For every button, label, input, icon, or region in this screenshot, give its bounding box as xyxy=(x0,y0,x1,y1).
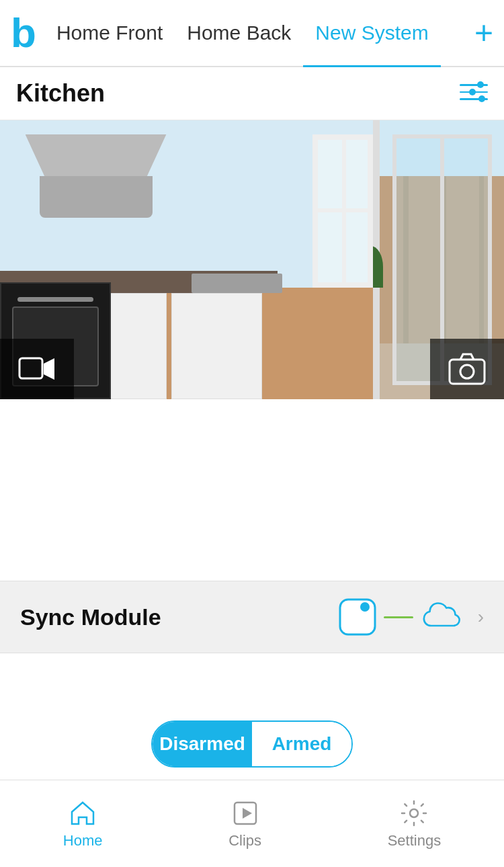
slider-line-1 xyxy=(460,84,488,86)
svg-point-5 xyxy=(360,602,370,612)
photo-capture-button[interactable] xyxy=(430,339,504,399)
video-record-button[interactable] xyxy=(0,339,74,399)
svg-marker-7 xyxy=(243,808,252,819)
bottom-nav: Home Clips Settings xyxy=(0,780,504,867)
tab-new-system[interactable]: New System xyxy=(303,0,440,66)
slider-line-2 xyxy=(460,91,488,93)
sync-module-bar[interactable]: Sync Module › xyxy=(0,581,504,653)
sync-module-icon xyxy=(338,597,377,636)
nav-home[interactable]: Home xyxy=(63,798,103,850)
connection-line xyxy=(384,616,413,618)
camera-feed[interactable] xyxy=(0,120,504,399)
svg-rect-4 xyxy=(340,600,375,634)
slider-line-3 xyxy=(460,98,488,100)
spacer-2 xyxy=(0,653,504,707)
arm-toggle[interactable]: Disarmed Armed xyxy=(151,720,353,768)
filter-button[interactable] xyxy=(460,81,488,106)
nav-settings-label: Settings xyxy=(388,832,442,850)
empty-content-area xyxy=(0,399,504,581)
svg-point-8 xyxy=(410,809,418,817)
svg-marker-1 xyxy=(44,358,54,380)
camera-controls xyxy=(0,339,504,399)
svg-point-3 xyxy=(460,365,474,378)
arm-toggle-section: Disarmed Armed xyxy=(0,707,504,788)
armed-option[interactable]: Armed xyxy=(252,722,351,766)
sync-module-label: Sync Module xyxy=(20,604,161,630)
tab-home-back[interactable]: Home Back xyxy=(175,0,303,66)
nav-settings[interactable]: Settings xyxy=(388,798,442,850)
svg-rect-2 xyxy=(450,360,485,384)
header: b Home Front Home Back New System + xyxy=(0,0,504,67)
disarmed-option[interactable]: Disarmed xyxy=(153,722,252,766)
add-system-button[interactable]: + xyxy=(474,17,493,49)
tab-bar: Home Front Home Back New System xyxy=(44,0,469,66)
sync-module-chevron: › xyxy=(478,606,484,628)
sync-status: › xyxy=(338,597,484,636)
tab-home-front[interactable]: Home Front xyxy=(44,0,175,66)
nav-home-label: Home xyxy=(63,832,103,850)
svg-rect-0 xyxy=(19,358,42,378)
nav-clips-label: Clips xyxy=(228,832,261,850)
app-logo: b xyxy=(11,12,36,54)
camera-title: Kitchen xyxy=(16,79,105,108)
section-title-bar: Kitchen xyxy=(0,67,504,120)
nav-clips[interactable]: Clips xyxy=(228,798,261,850)
cloud-icon xyxy=(420,601,466,633)
